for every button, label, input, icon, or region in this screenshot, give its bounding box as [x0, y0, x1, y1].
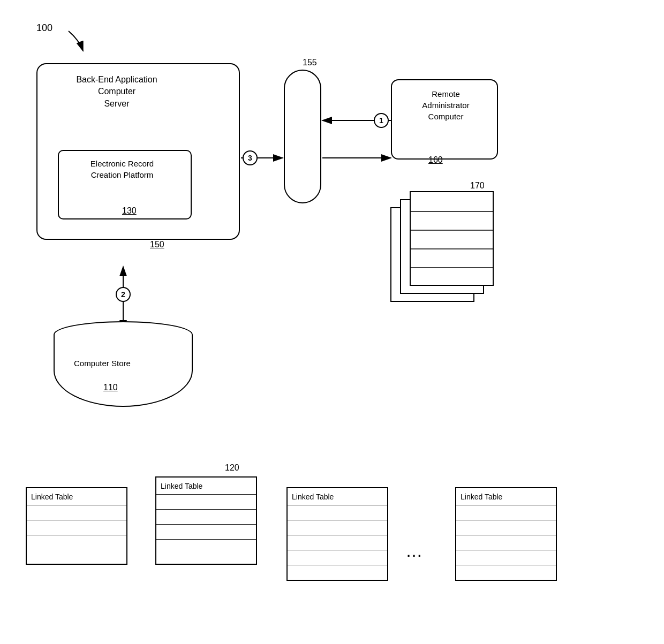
linked-table-3-row1 — [288, 505, 387, 520]
computer-store-id: 110 — [103, 383, 118, 392]
linked-table-3-row4 — [288, 550, 387, 565]
linked-table-3-row2 — [288, 520, 387, 535]
linked-table-2-header: Linked Table — [156, 478, 256, 495]
documents-id: 170 — [470, 181, 485, 191]
linked-table-1-row2 — [27, 520, 126, 535]
linked-table-2: Linked Table — [155, 476, 257, 565]
linked-table-2-row2 — [156, 510, 256, 525]
connection-3-label: 3 — [243, 150, 258, 165]
linked-table-2-row4 — [156, 540, 256, 555]
ercp-id: 130 — [122, 206, 137, 216]
svg-rect-10 — [410, 192, 493, 285]
linked-table-3-row3 — [288, 535, 387, 550]
linked-table-2-row1 — [156, 495, 256, 510]
back-end-server-label: Back-End ApplicationComputerServer — [63, 74, 170, 110]
network-box — [284, 70, 321, 203]
svg-rect-8 — [391, 208, 474, 301]
linked-table-1-row3 — [27, 535, 126, 550]
network-id: 155 — [303, 58, 317, 67]
ellipsis: ... — [407, 546, 423, 560]
ercp-label: Electronic RecordCreation Platform — [69, 158, 176, 180]
linked-table-id-120: 120 — [225, 463, 239, 473]
linked-table-4-row3 — [456, 535, 556, 550]
back-end-server-id: 150 — [150, 240, 164, 249]
linked-table-4-header: Linked Table — [456, 488, 556, 505]
linked-table-4: Linked Table — [455, 487, 557, 581]
linked-table-4-row2 — [456, 520, 556, 535]
linked-table-1-row1 — [27, 505, 126, 520]
linked-table-1: Linked Table — [26, 487, 127, 565]
linked-table-4-row4 — [456, 550, 556, 565]
figure-label: 100 — [36, 22, 52, 34]
linked-table-2-row3 — [156, 525, 256, 540]
linked-table-4-row1 — [456, 505, 556, 520]
linked-table-3-row5 — [288, 565, 387, 580]
remote-admin-label: RemoteAdministratorComputer — [394, 88, 498, 122]
connection-2-label: 2 — [116, 287, 131, 302]
cylinder-body — [54, 335, 193, 407]
linked-table-4-row5 — [456, 565, 556, 580]
linked-table-3-header: Linked Table — [288, 488, 387, 505]
svg-rect-9 — [401, 200, 484, 293]
remote-admin-id: 160 — [428, 155, 443, 165]
computer-store-label: Computer Store — [74, 359, 131, 368]
linked-table-1-header: Linked Table — [27, 488, 126, 505]
connection-1-label: 1 — [374, 113, 389, 128]
diagram-container: 100 Back-End ApplicationComputerServer 1… — [0, 0, 664, 644]
linked-table-3: Linked Table — [286, 487, 388, 581]
